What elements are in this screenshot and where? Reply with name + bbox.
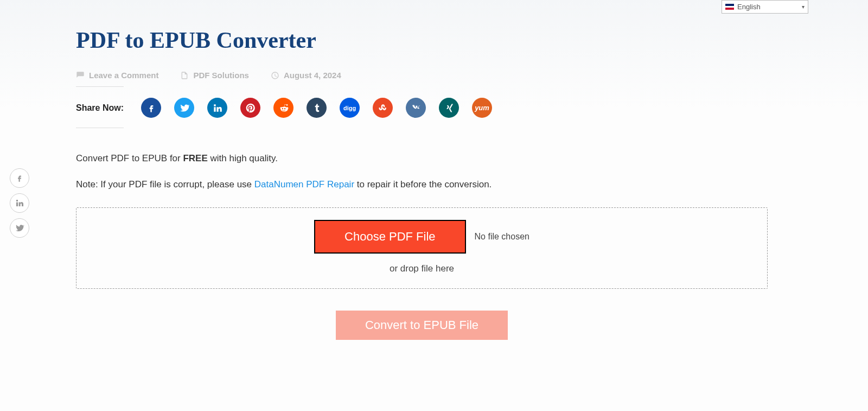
meta-comment-link[interactable]: Leave a Comment (76, 71, 158, 80)
page-title: PDF to EPUB Converter (76, 27, 768, 53)
share-label: Share Now: (76, 103, 124, 113)
share-digg-icon[interactable]: digg (340, 98, 360, 118)
meta-date: August 4, 2024 (271, 71, 341, 80)
note-text: Note: If your PDF file is corrupt, pleas… (76, 179, 768, 190)
meta-date-label: August 4, 2024 (284, 71, 341, 80)
drop-hint: or drop file here (82, 263, 762, 274)
share-reddit-icon[interactable] (273, 98, 293, 118)
share-tumblr-icon[interactable] (307, 98, 327, 118)
share-icons-container: diggyum (141, 98, 492, 118)
share-linkedin-icon[interactable] (207, 98, 227, 118)
flag-en-icon (725, 4, 734, 10)
intro-bold: FREE (183, 153, 207, 163)
share-pinterest-icon[interactable] (240, 98, 260, 118)
share-xing-icon[interactable] (439, 98, 459, 118)
comment-icon (76, 71, 85, 80)
choose-file-button[interactable]: Choose PDF File (314, 220, 466, 254)
divider (76, 128, 124, 128)
language-selector[interactable]: English ▾ (722, 0, 808, 14)
file-status: No file chosen (475, 232, 529, 242)
note-prefix: Note: If your PDF file is corrupt, pleas… (76, 179, 254, 189)
main-content: PDF to EPUB Converter Leave a Comment PD… (76, 0, 768, 340)
note-suffix: to repair it before the conversion. (354, 179, 492, 189)
rail-linkedin-icon[interactable] (10, 193, 29, 213)
share-row: Share Now: diggyum (76, 98, 768, 118)
intro-prefix: Convert PDF to EPUB for (76, 153, 183, 163)
share-twitter-icon[interactable] (174, 98, 194, 118)
note-repair-link[interactable]: DataNumen PDF Repair (254, 179, 354, 189)
clock-icon (271, 71, 279, 80)
intro-suffix: with high quality. (208, 153, 278, 163)
share-stumbleupon-icon[interactable] (373, 98, 393, 118)
file-dropzone[interactable]: Choose PDF File No file chosen or drop f… (76, 207, 768, 289)
meta-category-link[interactable]: PDF Solutions (180, 71, 249, 80)
share-yummly-icon[interactable]: yum (472, 98, 492, 118)
rail-twitter-icon[interactable] (10, 218, 29, 238)
meta-comment-label: Leave a Comment (89, 71, 158, 80)
language-label: English (737, 3, 761, 11)
divider (76, 86, 124, 87)
intro-text: Convert PDF to EPUB for FREE with high q… (76, 153, 768, 164)
post-meta: Leave a Comment PDF Solutions August 4, … (76, 71, 768, 80)
document-icon (180, 71, 189, 80)
chevron-down-icon: ▾ (802, 4, 805, 10)
left-share-rail (10, 168, 29, 238)
rail-facebook-icon[interactable] (10, 168, 29, 188)
share-facebook-icon[interactable] (141, 98, 161, 118)
share-vk-icon[interactable] (406, 98, 426, 118)
convert-button[interactable]: Convert to EPUB File (336, 311, 508, 340)
meta-category-label: PDF Solutions (193, 71, 249, 80)
